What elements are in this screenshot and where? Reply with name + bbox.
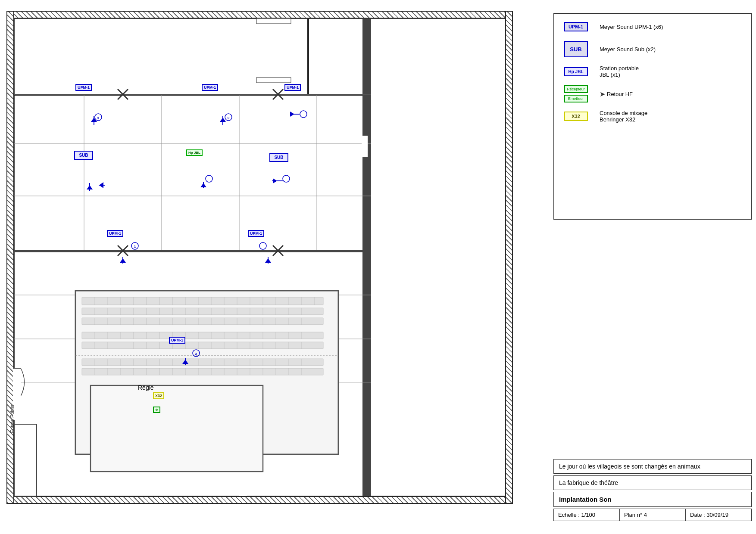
page: 5 ⊙ 1 (0, 0, 756, 534)
project-title: Le jour où les villageois se sont changé… (559, 463, 700, 470)
upm1-top-center: UPM-1 (202, 84, 218, 91)
svg-rect-156 (239, 488, 247, 496)
legend-symbol-sub: SUB (559, 40, 593, 58)
project-title-box: Le jour où les villageois se sont changé… (553, 459, 752, 474)
svg-rect-3 (362, 19, 371, 496)
svg-point-188 (259, 242, 266, 249)
legend-item-upm1: UPM-1 Meyer Sound UPM-1 (x6) (559, 18, 747, 35)
recepteur-regie: ⊕ (153, 405, 160, 413)
x32-regie: X32 (153, 391, 164, 399)
svg-rect-133 (82, 368, 323, 375)
regie-label: Régie (138, 384, 154, 391)
sub-left: SUB (74, 151, 93, 160)
plan-title: Implantation Son (559, 496, 612, 503)
svg-rect-194 (256, 78, 291, 83)
upm1-top-left: UPM-1 (75, 84, 92, 91)
company-name: La fabrique de théâtre (559, 479, 618, 486)
svg-rect-115 (82, 359, 323, 366)
date-cell: Date : 30/09/19 (686, 509, 751, 521)
legend-desc-upm1: Meyer Sound UPM-1 (x6) (600, 24, 663, 30)
legend-item-x32: X32 Console de mixageBehringer X32 (559, 108, 747, 125)
legend-item-sub: SUB Meyer Sound Sub (x2) (559, 40, 747, 58)
svg-rect-61 (82, 318, 323, 325)
legend-desc-jbl: Station portableJBL (x1) (600, 65, 639, 78)
info-footer: Echelle : 1/100 Plan n° 4 Date : 30/09/1… (553, 509, 752, 521)
legend-item-hf: Récepteur Emetteur ➤ Retour HF (559, 85, 747, 102)
scale-cell: Echelle : 1/100 (554, 509, 620, 521)
svg-text:⊙: ⊙ (227, 116, 230, 119)
svg-rect-24 (82, 297, 323, 305)
svg-point-181 (283, 175, 290, 182)
legend-symbol-jbl: Hp JBL (559, 63, 593, 80)
plan-number-cell: Plan n° 4 (620, 509, 686, 521)
svg-text:5: 5 (97, 116, 100, 120)
svg-point-178 (206, 175, 212, 182)
legend-desc-x32: Console de mixageBehringer X32 (600, 110, 647, 123)
legend-item-jbl: Hp JBL Station portableJBL (x1) (559, 63, 747, 80)
plan-title-box: Implantation Son (553, 492, 752, 507)
jbl-center: Hp JBL (186, 149, 203, 156)
company-box: La fabrique de théâtre (553, 475, 752, 490)
sub-right: SUB (269, 153, 288, 162)
svg-text:2: 2 (195, 352, 197, 356)
svg-rect-193 (256, 19, 291, 24)
legend-symbol-upm1: UPM-1 (559, 18, 593, 35)
svg-rect-97 (82, 342, 323, 349)
info-section: Le jour où les villageois se sont changé… (553, 459, 752, 521)
legend-symbol-x32: X32 (559, 108, 593, 125)
upm1-mid-left: UPM-1 (107, 230, 123, 237)
upm1-mid-right: UPM-1 (248, 230, 264, 237)
legend-desc-sub: Meyer Sound Sub (x2) (600, 46, 656, 53)
legend-desc-hf: Retour HF (607, 91, 633, 97)
svg-rect-151 (91, 385, 263, 472)
svg-rect-79 (82, 332, 323, 339)
svg-point-171 (300, 111, 307, 118)
svg-rect-43 (82, 308, 323, 315)
legend-symbol-hf: Récepteur Emetteur (559, 85, 593, 102)
upm1-top-right: UPM-1 (284, 84, 301, 91)
upm1-bottom: UPM-1 (169, 337, 185, 344)
legend-box: UPM-1 Meyer Sound UPM-1 (x6) SUB Meyer S… (553, 13, 752, 220)
svg-text:1: 1 (134, 245, 136, 248)
entree-public-label: Entrée Public (9, 405, 15, 433)
